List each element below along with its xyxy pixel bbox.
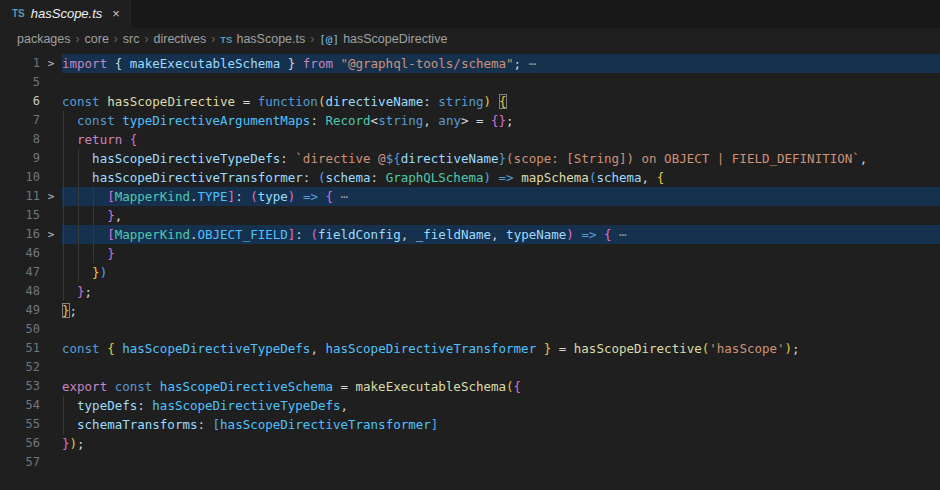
code-text bbox=[62, 453, 940, 472]
fold-gutter bbox=[40, 73, 62, 92]
line-number: 57 bbox=[0, 453, 40, 472]
code-text: hasScopeDirectiveTypeDefs: `directive @$… bbox=[62, 149, 940, 168]
fold-gutter bbox=[40, 263, 62, 282]
tab-bar: TS hasScope.ts × bbox=[0, 0, 940, 28]
code-text bbox=[62, 320, 940, 339]
code-text: export const hasScopeDirectiveSchema = m… bbox=[62, 377, 940, 396]
code-line[interactable]: 56}); bbox=[0, 434, 940, 453]
code-line[interactable]: 49}; bbox=[0, 301, 940, 320]
symbol-variable-icon: [@] bbox=[319, 33, 339, 46]
line-number: 15 bbox=[0, 206, 40, 225]
code-line[interactable]: 50 bbox=[0, 320, 940, 339]
code-line[interactable]: 9 hasScopeDirectiveTypeDefs: `directive … bbox=[0, 149, 940, 168]
matched-bracket: } bbox=[62, 303, 70, 318]
code-text bbox=[62, 73, 940, 92]
fold-gutter bbox=[40, 320, 62, 339]
code-text: const typeDirectiveArgumentMaps: Record<… bbox=[62, 111, 940, 130]
code-line[interactable]: 8 return { bbox=[0, 130, 940, 149]
fold-chevron-icon[interactable]: > bbox=[40, 187, 62, 206]
line-number: 16 bbox=[0, 225, 40, 244]
code-line[interactable]: 7 const typeDirectiveArgumentMaps: Recor… bbox=[0, 111, 940, 130]
chevron-right-icon: › bbox=[76, 32, 80, 46]
fold-gutter bbox=[40, 130, 62, 149]
fold-gutter bbox=[40, 339, 62, 358]
code-text: }; bbox=[62, 282, 940, 301]
code-text: [MapperKind.OBJECT_FIELD]: (fieldConfig,… bbox=[62, 225, 940, 244]
line-number: 46 bbox=[0, 244, 40, 263]
line-number: 10 bbox=[0, 168, 40, 187]
code-text: }, bbox=[62, 206, 940, 225]
breadcrumb-item-src[interactable]: src bbox=[123, 32, 140, 46]
fold-gutter bbox=[40, 358, 62, 377]
fold-chevron-icon[interactable]: > bbox=[40, 225, 62, 244]
code-line[interactable]: 1>import { makeExecutableSchema } from "… bbox=[0, 54, 940, 73]
line-number: 1 bbox=[0, 54, 40, 73]
fold-gutter bbox=[40, 149, 62, 168]
line-number: 49 bbox=[0, 301, 40, 320]
code-text: typeDefs: hasScopeDirectiveTypeDefs, bbox=[62, 396, 940, 415]
code-text: const hasScopeDirective = function(direc… bbox=[62, 92, 940, 111]
code-text: const { hasScopeDirectiveTypeDefs, hasSc… bbox=[62, 339, 940, 358]
breadcrumb-item-core[interactable]: core bbox=[85, 32, 109, 46]
tab-hasscope-ts[interactable]: TS hasScope.ts × bbox=[0, 0, 131, 27]
typescript-file-icon: TS bbox=[220, 34, 232, 45]
code-line[interactable]: 5 bbox=[0, 73, 940, 92]
breadcrumb-item-directives[interactable]: directives bbox=[154, 32, 207, 46]
line-number: 5 bbox=[0, 73, 40, 92]
code-line[interactable]: 15 }, bbox=[0, 206, 940, 225]
code-editor[interactable]: 1>import { makeExecutableSchema } from "… bbox=[0, 50, 940, 472]
breadcrumb-item-packages[interactable]: packages bbox=[17, 32, 71, 46]
fold-chevron-icon[interactable]: > bbox=[40, 54, 62, 73]
typescript-file-icon: TS bbox=[12, 8, 25, 19]
code-text bbox=[62, 358, 940, 377]
code-line[interactable]: 54 typeDefs: hasScopeDirectiveTypeDefs, bbox=[0, 396, 940, 415]
code-line[interactable]: 53export const hasScopeDirectiveSchema =… bbox=[0, 377, 940, 396]
code-line[interactable]: 16> [MapperKind.OBJECT_FIELD]: (fieldCon… bbox=[0, 225, 940, 244]
line-number: 56 bbox=[0, 434, 40, 453]
close-icon[interactable]: × bbox=[112, 7, 120, 20]
fold-gutter bbox=[40, 415, 62, 434]
code-line[interactable]: 48 }; bbox=[0, 282, 940, 301]
code-text: [MapperKind.TYPE]: (type) => { ⋯ bbox=[62, 187, 940, 206]
code-line[interactable]: 47 }) bbox=[0, 263, 940, 282]
line-number: 11 bbox=[0, 187, 40, 206]
code-line[interactable]: 46 } bbox=[0, 244, 940, 263]
line-number: 48 bbox=[0, 282, 40, 301]
chevron-right-icon: › bbox=[211, 32, 215, 46]
code-line[interactable]: 57 bbox=[0, 453, 940, 472]
chevron-right-icon: › bbox=[310, 32, 314, 46]
breadcrumb: packages›core›src›directives›TShasScope.… bbox=[0, 28, 940, 50]
code-text: return { bbox=[62, 130, 940, 149]
line-number: 6 bbox=[0, 92, 40, 111]
tab-title: hasScope.ts bbox=[31, 6, 103, 21]
code-text: schemaTransforms: [hasScopeDirectiveTran… bbox=[62, 415, 940, 434]
line-number: 55 bbox=[0, 415, 40, 434]
line-number: 9 bbox=[0, 149, 40, 168]
fold-gutter bbox=[40, 377, 62, 396]
breadcrumb-item-file[interactable]: TShasScope.ts bbox=[220, 32, 305, 46]
fold-gutter bbox=[40, 282, 62, 301]
chevron-right-icon: › bbox=[114, 32, 118, 46]
line-number: 50 bbox=[0, 320, 40, 339]
fold-gutter bbox=[40, 396, 62, 415]
line-number: 52 bbox=[0, 358, 40, 377]
code-text: }) bbox=[62, 263, 940, 282]
breadcrumb-symbol-label: hasScopeDirective bbox=[343, 32, 447, 46]
code-line[interactable]: 55 schemaTransforms: [hasScopeDirectiveT… bbox=[0, 415, 940, 434]
line-number: 54 bbox=[0, 396, 40, 415]
code-text: hasScopeDirectiveTransformer: (schema: G… bbox=[62, 168, 940, 187]
code-line[interactable]: 11> [MapperKind.TYPE]: (type) => { ⋯ bbox=[0, 187, 940, 206]
code-text: } bbox=[62, 244, 940, 263]
code-line[interactable]: 51const { hasScopeDirectiveTypeDefs, has… bbox=[0, 339, 940, 358]
code-line[interactable]: 10 hasScopeDirectiveTransformer: (schema… bbox=[0, 168, 940, 187]
line-number: 8 bbox=[0, 130, 40, 149]
fold-gutter bbox=[40, 453, 62, 472]
fold-gutter bbox=[40, 434, 62, 453]
fold-gutter bbox=[40, 92, 62, 111]
code-line[interactable]: 52 bbox=[0, 358, 940, 377]
breadcrumb-item-symbol[interactable]: [@]hasScopeDirective bbox=[319, 32, 447, 46]
code-line[interactable]: 6const hasScopeDirective = function(dire… bbox=[0, 92, 940, 111]
fold-gutter bbox=[40, 168, 62, 187]
breadcrumb-file-label: hasScope.ts bbox=[236, 32, 305, 46]
line-number: 53 bbox=[0, 377, 40, 396]
